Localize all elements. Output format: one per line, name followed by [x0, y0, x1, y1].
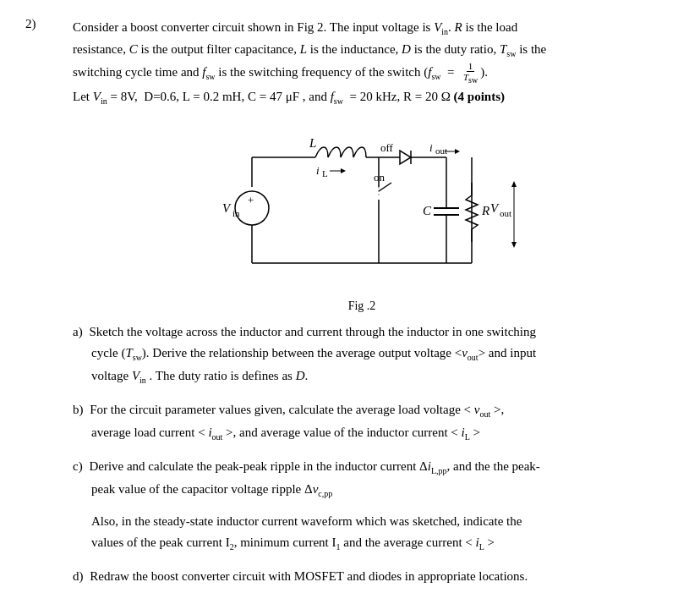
question-block: 2) Consider a boost converter circuit sh…	[25, 17, 675, 587]
svg-text:i: i	[429, 141, 433, 154]
svg-line-25	[379, 183, 391, 191]
intro-line-3: switching cycle time and fsw is the swit…	[73, 61, 675, 85]
circuit-diagram: + V in L i L	[49, 124, 675, 313]
svg-text:off: off	[380, 141, 394, 154]
svg-marker-21	[455, 149, 460, 154]
svg-marker-11	[341, 168, 346, 173]
svg-text:+: +	[248, 194, 254, 206]
sub-letter-d: d)	[73, 569, 84, 583]
svg-text:V: V	[222, 201, 232, 215]
question-header: 2) Consider a boost converter circuit sh…	[25, 17, 675, 587]
sub-a-line2: cycle (Tsw). Derive the relationship bet…	[91, 343, 675, 365]
svg-text:C: C	[423, 204, 432, 217]
sub-c-also-line2: values of the peak current I2, minimum c…	[91, 532, 675, 555]
svg-text:i: i	[316, 164, 320, 177]
sub-question-a: a) Sketch the voltage across the inducto…	[73, 321, 675, 387]
intro-line-2: resistance, C is the output filter capac…	[73, 39, 675, 61]
sub-letter-a: a)	[73, 325, 83, 338]
intro-line-1: Consider a boost converter circuit shown…	[73, 17, 675, 39]
sub-question-c: c) Derive and calculate the peak-peak ri…	[73, 456, 675, 554]
fig-label: Fig .2	[348, 299, 376, 313]
svg-text:V: V	[490, 201, 500, 215]
svg-marker-39	[511, 181, 517, 187]
svg-text:out: out	[500, 208, 511, 218]
question-content: Consider a boost converter circuit shown…	[49, 17, 675, 587]
svg-text:in: in	[232, 208, 240, 218]
sub-b-line2: average load current < iout >, and avera…	[91, 422, 675, 445]
sub-question-d: d) Redraw the boost converter circuit wi…	[73, 566, 675, 587]
svg-marker-15	[400, 151, 411, 164]
svg-marker-40	[511, 242, 517, 248]
let-line: Let Vin = 8V, D=0.6, L = 0.2 mH, C = 47 …	[73, 86, 675, 108]
svg-text:L: L	[309, 136, 316, 150]
sub-question-b: b) For the circuit parameter values give…	[73, 399, 675, 444]
sub-a-line3: voltage Vin . The duty ratio is defines …	[91, 365, 675, 388]
sub-c-also: Also, in the steady-state inductor curre…	[91, 511, 675, 532]
svg-text:R: R	[481, 204, 489, 217]
sub-c-line2: peak value of the capacitor voltage ripp…	[91, 479, 675, 502]
question-number: 2)	[25, 17, 49, 587]
svg-text:out: out	[435, 146, 447, 156]
sub-letter-b: b)	[73, 403, 84, 416]
sub-letter-c: c)	[73, 459, 83, 473]
svg-text:L: L	[322, 168, 328, 178]
